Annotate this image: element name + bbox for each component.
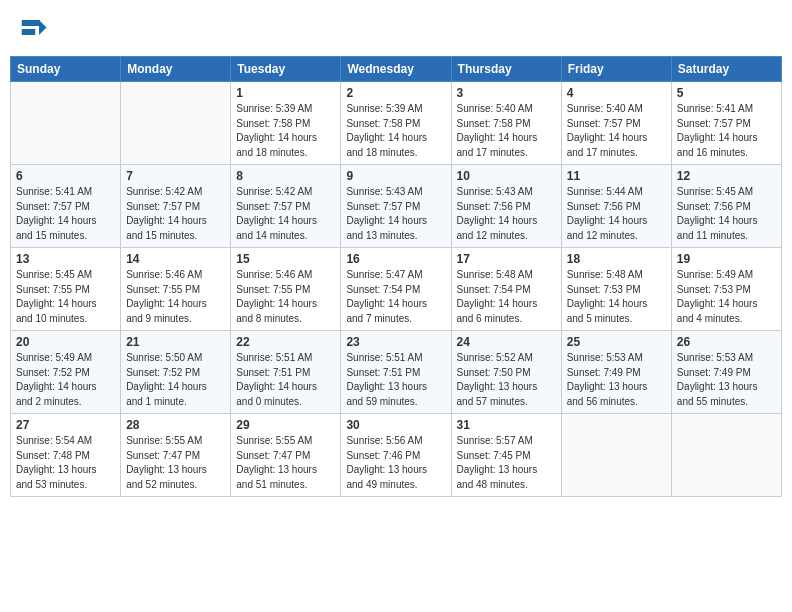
cell-content: Sunrise: 5:50 AMSunset: 7:52 PMDaylight:… <box>126 351 225 409</box>
cell-content: Sunrise: 5:41 AMSunset: 7:57 PMDaylight:… <box>677 102 776 160</box>
cell-content: Sunrise: 5:54 AMSunset: 7:48 PMDaylight:… <box>16 434 115 492</box>
cell-content: Sunrise: 5:56 AMSunset: 7:46 PMDaylight:… <box>346 434 445 492</box>
logo <box>18 14 52 44</box>
cell-content: Sunrise: 5:53 AMSunset: 7:49 PMDaylight:… <box>567 351 666 409</box>
day-number: 22 <box>236 335 335 349</box>
cell-content: Sunrise: 5:49 AMSunset: 7:53 PMDaylight:… <box>677 268 776 326</box>
cell-content: Sunrise: 5:43 AMSunset: 7:56 PMDaylight:… <box>457 185 556 243</box>
calendar-cell: 4Sunrise: 5:40 AMSunset: 7:57 PMDaylight… <box>561 82 671 165</box>
day-number: 12 <box>677 169 776 183</box>
day-of-week-header: Wednesday <box>341 57 451 82</box>
day-number: 18 <box>567 252 666 266</box>
calendar-cell: 6Sunrise: 5:41 AMSunset: 7:57 PMDaylight… <box>11 165 121 248</box>
cell-content: Sunrise: 5:42 AMSunset: 7:57 PMDaylight:… <box>236 185 335 243</box>
cell-content: Sunrise: 5:48 AMSunset: 7:54 PMDaylight:… <box>457 268 556 326</box>
day-of-week-header: Sunday <box>11 57 121 82</box>
day-number: 11 <box>567 169 666 183</box>
cell-content: Sunrise: 5:40 AMSunset: 7:57 PMDaylight:… <box>567 102 666 160</box>
cell-content: Sunrise: 5:42 AMSunset: 7:57 PMDaylight:… <box>126 185 225 243</box>
calendar-cell: 2Sunrise: 5:39 AMSunset: 7:58 PMDaylight… <box>341 82 451 165</box>
svg-rect-2 <box>22 20 40 26</box>
cell-content: Sunrise: 5:46 AMSunset: 7:55 PMDaylight:… <box>126 268 225 326</box>
day-of-week-header: Thursday <box>451 57 561 82</box>
calendar-header-row: SundayMondayTuesdayWednesdayThursdayFrid… <box>11 57 782 82</box>
cell-content: Sunrise: 5:55 AMSunset: 7:47 PMDaylight:… <box>236 434 335 492</box>
calendar-cell <box>121 82 231 165</box>
calendar-cell: 11Sunrise: 5:44 AMSunset: 7:56 PMDayligh… <box>561 165 671 248</box>
day-number: 27 <box>16 418 115 432</box>
day-number: 2 <box>346 86 445 100</box>
calendar-cell: 16Sunrise: 5:47 AMSunset: 7:54 PMDayligh… <box>341 248 451 331</box>
calendar-cell: 12Sunrise: 5:45 AMSunset: 7:56 PMDayligh… <box>671 165 781 248</box>
day-number: 9 <box>346 169 445 183</box>
calendar-cell: 10Sunrise: 5:43 AMSunset: 7:56 PMDayligh… <box>451 165 561 248</box>
calendar-week-row: 27Sunrise: 5:54 AMSunset: 7:48 PMDayligh… <box>11 414 782 497</box>
day-number: 16 <box>346 252 445 266</box>
logo-icon <box>18 14 48 44</box>
day-number: 23 <box>346 335 445 349</box>
day-number: 7 <box>126 169 225 183</box>
day-number: 29 <box>236 418 335 432</box>
calendar-cell: 13Sunrise: 5:45 AMSunset: 7:55 PMDayligh… <box>11 248 121 331</box>
calendar-cell: 24Sunrise: 5:52 AMSunset: 7:50 PMDayligh… <box>451 331 561 414</box>
cell-content: Sunrise: 5:51 AMSunset: 7:51 PMDaylight:… <box>346 351 445 409</box>
calendar-cell: 31Sunrise: 5:57 AMSunset: 7:45 PMDayligh… <box>451 414 561 497</box>
calendar-week-row: 20Sunrise: 5:49 AMSunset: 7:52 PMDayligh… <box>11 331 782 414</box>
cell-content: Sunrise: 5:52 AMSunset: 7:50 PMDaylight:… <box>457 351 556 409</box>
calendar-cell <box>11 82 121 165</box>
day-number: 5 <box>677 86 776 100</box>
day-of-week-header: Monday <box>121 57 231 82</box>
cell-content: Sunrise: 5:57 AMSunset: 7:45 PMDaylight:… <box>457 434 556 492</box>
calendar-cell: 1Sunrise: 5:39 AMSunset: 7:58 PMDaylight… <box>231 82 341 165</box>
day-number: 3 <box>457 86 556 100</box>
cell-content: Sunrise: 5:51 AMSunset: 7:51 PMDaylight:… <box>236 351 335 409</box>
calendar-week-row: 6Sunrise: 5:41 AMSunset: 7:57 PMDaylight… <box>11 165 782 248</box>
calendar-cell: 18Sunrise: 5:48 AMSunset: 7:53 PMDayligh… <box>561 248 671 331</box>
calendar-cell: 3Sunrise: 5:40 AMSunset: 7:58 PMDaylight… <box>451 82 561 165</box>
cell-content: Sunrise: 5:47 AMSunset: 7:54 PMDaylight:… <box>346 268 445 326</box>
cell-content: Sunrise: 5:40 AMSunset: 7:58 PMDaylight:… <box>457 102 556 160</box>
day-number: 6 <box>16 169 115 183</box>
day-number: 26 <box>677 335 776 349</box>
svg-rect-3 <box>22 29 36 35</box>
day-number: 15 <box>236 252 335 266</box>
cell-content: Sunrise: 5:41 AMSunset: 7:57 PMDaylight:… <box>16 185 115 243</box>
day-number: 10 <box>457 169 556 183</box>
day-number: 1 <box>236 86 335 100</box>
calendar-cell: 17Sunrise: 5:48 AMSunset: 7:54 PMDayligh… <box>451 248 561 331</box>
day-number: 31 <box>457 418 556 432</box>
day-number: 13 <box>16 252 115 266</box>
calendar-cell: 21Sunrise: 5:50 AMSunset: 7:52 PMDayligh… <box>121 331 231 414</box>
day-number: 28 <box>126 418 225 432</box>
cell-content: Sunrise: 5:45 AMSunset: 7:56 PMDaylight:… <box>677 185 776 243</box>
calendar-week-row: 1Sunrise: 5:39 AMSunset: 7:58 PMDaylight… <box>11 82 782 165</box>
calendar-cell: 22Sunrise: 5:51 AMSunset: 7:51 PMDayligh… <box>231 331 341 414</box>
calendar-cell: 7Sunrise: 5:42 AMSunset: 7:57 PMDaylight… <box>121 165 231 248</box>
day-number: 24 <box>457 335 556 349</box>
calendar-cell: 9Sunrise: 5:43 AMSunset: 7:57 PMDaylight… <box>341 165 451 248</box>
day-number: 30 <box>346 418 445 432</box>
day-of-week-header: Saturday <box>671 57 781 82</box>
cell-content: Sunrise: 5:48 AMSunset: 7:53 PMDaylight:… <box>567 268 666 326</box>
page-header <box>10 10 782 48</box>
day-number: 21 <box>126 335 225 349</box>
day-of-week-header: Friday <box>561 57 671 82</box>
calendar-cell: 29Sunrise: 5:55 AMSunset: 7:47 PMDayligh… <box>231 414 341 497</box>
cell-content: Sunrise: 5:55 AMSunset: 7:47 PMDaylight:… <box>126 434 225 492</box>
day-number: 8 <box>236 169 335 183</box>
cell-content: Sunrise: 5:49 AMSunset: 7:52 PMDaylight:… <box>16 351 115 409</box>
day-number: 19 <box>677 252 776 266</box>
calendar-cell <box>561 414 671 497</box>
day-number: 4 <box>567 86 666 100</box>
cell-content: Sunrise: 5:44 AMSunset: 7:56 PMDaylight:… <box>567 185 666 243</box>
cell-content: Sunrise: 5:39 AMSunset: 7:58 PMDaylight:… <box>236 102 335 160</box>
cell-content: Sunrise: 5:43 AMSunset: 7:57 PMDaylight:… <box>346 185 445 243</box>
calendar-cell: 5Sunrise: 5:41 AMSunset: 7:57 PMDaylight… <box>671 82 781 165</box>
day-number: 20 <box>16 335 115 349</box>
cell-content: Sunrise: 5:45 AMSunset: 7:55 PMDaylight:… <box>16 268 115 326</box>
calendar-cell: 26Sunrise: 5:53 AMSunset: 7:49 PMDayligh… <box>671 331 781 414</box>
cell-content: Sunrise: 5:39 AMSunset: 7:58 PMDaylight:… <box>346 102 445 160</box>
calendar-cell: 23Sunrise: 5:51 AMSunset: 7:51 PMDayligh… <box>341 331 451 414</box>
calendar-week-row: 13Sunrise: 5:45 AMSunset: 7:55 PMDayligh… <box>11 248 782 331</box>
calendar-cell: 30Sunrise: 5:56 AMSunset: 7:46 PMDayligh… <box>341 414 451 497</box>
